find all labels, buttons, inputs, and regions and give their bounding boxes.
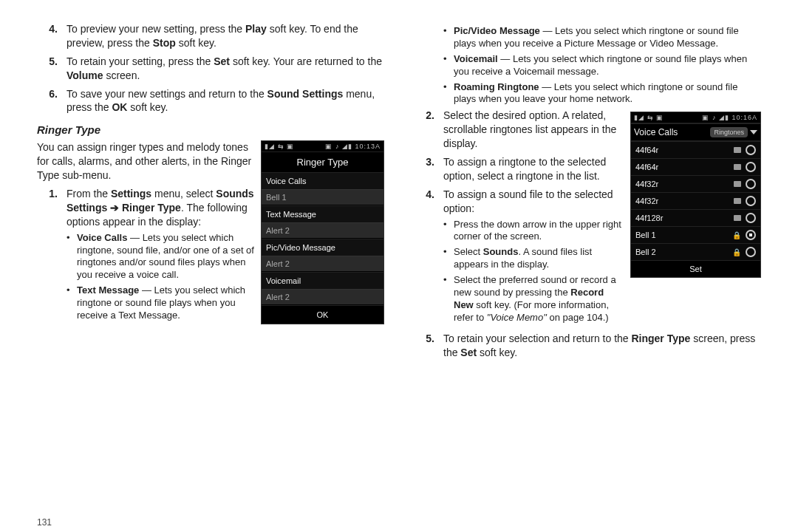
step1-lead: From the Settings menu, select Sounds Se…: [66, 188, 254, 228]
ringtone-row: 44f32r: [631, 175, 760, 192]
page-number: 131: [37, 517, 52, 528]
radio-icon: [746, 179, 756, 189]
file-badge-icon: [734, 198, 741, 204]
ringtone-row: 44f64r: [631, 141, 760, 158]
status-left: ▮◢ ⇆ ▣: [634, 114, 664, 121]
step-number: 1.: [37, 187, 66, 325]
step-number: 3.: [414, 155, 443, 183]
phone2-set: Set: [631, 260, 760, 277]
radio-icon: [746, 230, 756, 240]
step-number: 2.: [414, 109, 443, 151]
ringtone-row: 44f64r: [631, 158, 760, 175]
step-number: 4.: [37, 22, 66, 50]
radio-icon: [746, 247, 756, 257]
step-text: To preview your new setting, press the P…: [66, 22, 384, 50]
status-right: ▣ ♪ ◢▮ 10:13A: [325, 143, 381, 150]
phone-row-label: Voice Calls: [262, 172, 383, 189]
phone-row-label: Text Message: [262, 205, 383, 222]
bullet-item: Voicemail — Lets you select which ringto…: [443, 53, 761, 78]
step-text: Select the desired option. A related, sc…: [443, 109, 624, 151]
file-badge-icon: [734, 164, 741, 170]
phone-row-value: Alert 2: [262, 222, 383, 239]
file-badge-icon: [734, 147, 741, 153]
bullet-item: Press the down arrow in the upper right …: [443, 219, 624, 244]
section-head-ringer-type: Ringer Type: [37, 123, 384, 136]
status-right: ▣ ♪ ◢▮ 10:16A: [702, 114, 757, 121]
step-number: 4.: [414, 188, 443, 327]
phone1-title: Ringer Type: [262, 152, 383, 172]
phone-row-value: Alert 2: [262, 289, 383, 305]
dropdown-arrow-icon: [750, 130, 757, 134]
bullet-item: Select Sounds. A sound files list appear…: [443, 246, 624, 271]
step-number: 5.: [414, 332, 443, 360]
ringtone-row: Bell 1🔒: [631, 226, 760, 243]
ringtone-name: 44f32r: [635, 180, 658, 188]
radio-icon: [746, 145, 756, 155]
step-text: To save your new settings and return to …: [66, 87, 384, 115]
step-text: To retain your setting, press the Set so…: [66, 55, 384, 83]
left-top-steps: 4.To preview your new setting, press the…: [37, 22, 384, 115]
phone-screenshot-ringer-type: ▮◢ ⇆ ▣ ▣ ♪ ◢▮ 10:13A Ringer Type Voice C…: [261, 140, 384, 324]
radio-icon: [746, 213, 756, 223]
phone-row-label: Voicemail: [262, 272, 383, 289]
ringtone-name: 44f64r: [635, 146, 658, 154]
lock-icon: 🔒: [732, 248, 741, 256]
ringtone-name: 44f32r: [635, 197, 658, 205]
bullet-item: Select the preferred sound or record a n…: [443, 274, 624, 324]
ringtone-name: Bell 1: [635, 231, 656, 239]
step-number: 6.: [37, 87, 66, 115]
ringtone-name: 44f128r: [635, 214, 663, 222]
vc-label: Voice Calls: [634, 127, 678, 137]
ringtone-row: Bell 2🔒: [631, 243, 760, 260]
phone-row-value: Alert 2: [262, 256, 383, 272]
lock-icon: 🔒: [732, 231, 741, 239]
status-left: ▮◢ ⇆ ▣: [265, 143, 294, 150]
bullet-item: Text Message — Lets you select which rin…: [66, 284, 255, 322]
ringtones-pill: Ringtones: [710, 127, 748, 137]
phone-screenshot-voice-calls: ▮◢ ⇆ ▣ ▣ ♪ ◢▮ 10:16A Voice Calls Rington…: [630, 112, 761, 278]
radio-icon: [746, 196, 756, 206]
step-text: To assign a sound file to the selected o…: [443, 188, 624, 327]
bullet-item: Voice Calls — Lets you select which ring…: [66, 232, 255, 282]
ringtone-row: 44f32r: [631, 192, 760, 209]
radio-icon: [746, 162, 756, 172]
bullet-item: Pic/Video Message — Lets you select whic…: [443, 25, 761, 50]
ringtone-name: 44f64r: [635, 163, 658, 171]
phone-row-value: Bell 1: [262, 189, 383, 205]
file-badge-icon: [734, 181, 741, 187]
phone1-ok: OK: [262, 305, 383, 324]
step-number: 5.: [37, 55, 66, 83]
file-badge-icon: [734, 215, 741, 221]
ringtone-name: Bell 2: [635, 248, 656, 256]
ringtone-row: 44f128r: [631, 209, 760, 226]
step1-bullets: Voice Calls — Lets you select which ring…: [66, 232, 255, 322]
phone-row-label: Pic/Video Message: [262, 239, 383, 256]
right-top-bullets: Pic/Video Message — Lets you select whic…: [443, 25, 761, 106]
step-text: To retain your selection and return to t…: [443, 332, 761, 360]
step-text: To assign a ringtone to the selected opt…: [443, 155, 624, 183]
bullet-item: Roaming Ringtone — Lets you select which…: [443, 81, 761, 106]
